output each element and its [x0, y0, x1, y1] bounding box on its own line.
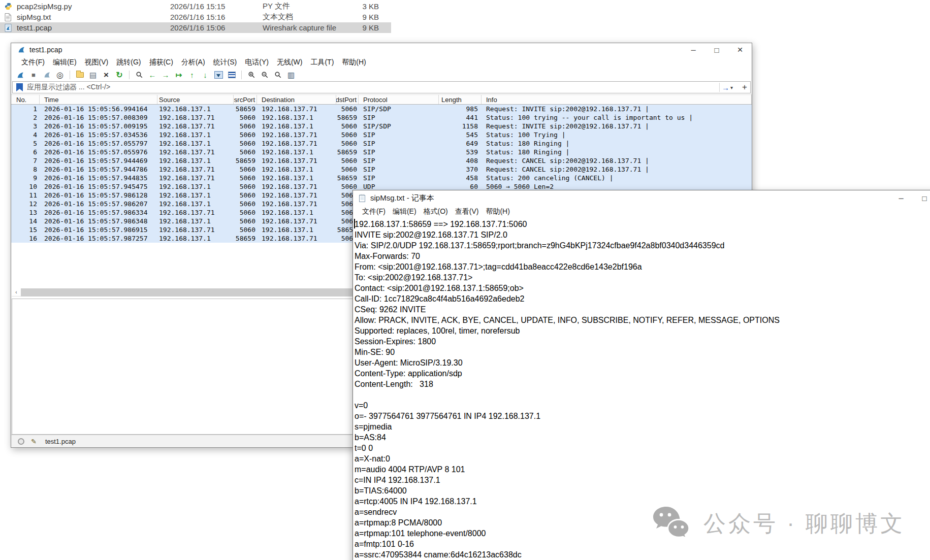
zoom-reset-icon[interactable] [273, 70, 283, 80]
text-line: Max-Forwards: 70 [355, 251, 930, 261]
packet-srcport: 5060 [234, 140, 257, 147]
filter-add-button[interactable]: + [742, 82, 747, 93]
packet-time: 2026-01-16 15:05:57.034536 [40, 131, 157, 139]
start-capture-icon[interactable] [15, 70, 25, 80]
column-header-length[interactable]: Length [439, 95, 482, 104]
packet-row[interactable]: 6 2026-01-16 15:05:57.055976 192.168.137… [11, 148, 752, 156]
packet-time: 2026-01-16 15:05:57.986915 [40, 226, 157, 234]
file-row-pcap2sipmsg[interactable]: pcap2sipMsg.py 2026/1/16 15:15 PY 文件 3 K… [0, 1, 391, 12]
minimize-button[interactable] [682, 43, 705, 56]
wireshark-titlebar[interactable]: test1.pcap [11, 43, 752, 56]
column-header-source[interactable]: Source [157, 95, 234, 104]
maximize-button[interactable] [913, 190, 930, 206]
go-last-packet-icon[interactable] [200, 70, 210, 80]
packet-list-header[interactable]: No. Time Source srcPort Destination dstP… [11, 94, 752, 105]
packet-time: 2026-01-16 15:05:57.944469 [40, 157, 157, 164]
packet-no: 12 [11, 200, 40, 208]
packet-source: 192.168.137.1 [157, 235, 234, 242]
file-name: pcap2sipMsg.py [17, 2, 170, 11]
menu-item[interactable]: 视图(V) [81, 58, 113, 67]
close-button[interactable] [728, 43, 752, 56]
packet-info: Status: 180 Ringing | [482, 148, 752, 156]
open-file-icon[interactable] [75, 70, 85, 80]
packet-row[interactable]: 2 2026-01-16 15:05:57.008309 192.168.137… [11, 113, 752, 122]
menu-item[interactable]: 编辑(E) [389, 207, 420, 216]
capture-options-icon[interactable] [55, 70, 65, 80]
notepad-titlebar[interactable]: sipMsg.txt - 记事本 [353, 190, 930, 206]
packet-source: 192.168.137.1 [157, 131, 234, 139]
packet-row[interactable]: 8 2026-01-16 15:05:57.944786 192.168.137… [11, 165, 752, 174]
packet-row[interactable]: 5 2026-01-16 15:05:57.055797 192.168.137… [11, 139, 752, 148]
maximize-button[interactable] [705, 43, 728, 56]
column-header-srcport[interactable]: srcPort [234, 95, 257, 104]
menu-item[interactable]: 帮助(H) [338, 58, 370, 67]
filter-bookmark-icon[interactable] [16, 83, 23, 91]
file-row-test1-pcap-selected[interactable]: test1.pcap 2026/1/16 15:06 Wireshark cap… [0, 22, 391, 33]
packet-source: 192.168.137.1 [157, 105, 234, 113]
packet-row[interactable]: 7 2026-01-16 15:05:57.944469 192.168.137… [11, 156, 752, 165]
packet-no: 15 [11, 226, 40, 234]
column-header-info[interactable]: Info [482, 95, 752, 104]
packet-source: 192.168.137.1 [157, 217, 234, 225]
packet-row[interactable]: 1 2026-01-16 15:05:56.994164 192.168.137… [11, 105, 752, 113]
go-forward-icon[interactable] [161, 70, 171, 80]
menu-item[interactable]: 格式(O) [420, 207, 452, 216]
column-header-protocol[interactable]: Protocol [359, 95, 439, 104]
resize-columns-icon[interactable] [286, 70, 296, 80]
menu-item[interactable]: 帮助(H) [482, 207, 513, 216]
menu-item[interactable]: 电话(Y) [241, 58, 273, 67]
column-header-dstport[interactable]: dstPort [336, 95, 359, 104]
menu-item[interactable]: 查看(V) [452, 207, 483, 216]
go-first-packet-icon[interactable] [187, 70, 197, 80]
column-header-destination[interactable]: Destination [257, 95, 336, 104]
reload-file-icon[interactable] [114, 70, 124, 80]
packet-row[interactable]: 3 2026-01-16 15:05:57.009195 192.168.137… [11, 122, 752, 130]
packet-protocol: SIP [359, 166, 439, 173]
auto-scroll-icon[interactable] [213, 70, 223, 80]
packet-length: 649 [439, 140, 482, 147]
filter-input-placeholder[interactable]: 应用显示过滤器 ... <Ctrl-/> [27, 83, 110, 92]
file-type: 文本文档 [263, 12, 348, 22]
packet-row[interactable]: 4 2026-01-16 15:05:57.034536 192.168.137… [11, 130, 752, 139]
menu-item[interactable]: 无线(W) [273, 58, 307, 67]
close-file-icon[interactable] [101, 70, 111, 80]
go-to-packet-icon[interactable] [174, 70, 184, 80]
packet-dstport: 58659 [336, 114, 359, 121]
column-header-no[interactable]: No. [11, 95, 40, 104]
packet-no: 11 [11, 191, 40, 199]
menu-item[interactable]: 统计(S) [209, 58, 241, 67]
file-date: 2026/1/16 15:06 [170, 23, 263, 32]
file-row-sipmsg[interactable]: sipMsg.txt 2026/1/16 15:16 文本文档 9 KB [0, 12, 391, 22]
minimize-button[interactable] [889, 190, 913, 206]
packet-no: 2 [11, 114, 40, 121]
text-line: Min-SE: 90 [355, 347, 930, 357]
zoom-out-icon[interactable] [260, 70, 270, 80]
stop-capture-icon[interactable] [28, 70, 39, 80]
packet-row[interactable]: 9 2026-01-16 15:05:57.944835 192.168.137… [11, 174, 752, 182]
packet-srcport: 5060 [234, 191, 257, 199]
menu-item[interactable]: 分析(A) [177, 58, 209, 67]
filter-apply-dropdown[interactable]: →▾ [719, 83, 735, 92]
scroll-left-arrow-icon[interactable]: ‹ [12, 288, 21, 297]
colorize-icon[interactable] [227, 70, 237, 80]
menu-item[interactable]: 工具(T) [306, 58, 338, 67]
zoom-in-icon[interactable] [246, 70, 256, 80]
expert-info-icon[interactable]: ✎ [31, 438, 37, 445]
packet-srcport: 5060 [234, 148, 257, 156]
menu-item[interactable]: 文件(F) [17, 58, 49, 67]
capture-status-icon[interactable] [18, 438, 24, 445]
restart-capture-icon[interactable] [42, 70, 52, 80]
packet-info: Request: INVITE sip:2002@192.168.137.71 … [482, 105, 752, 113]
column-header-time[interactable]: Time [40, 95, 157, 104]
menu-item[interactable]: 跳转(G) [112, 58, 145, 67]
go-back-icon[interactable] [147, 70, 157, 80]
menu-item[interactable]: 文件(F) [359, 207, 389, 216]
packet-time: 2026-01-16 15:05:56.994164 [40, 105, 157, 113]
find-packet-icon[interactable] [134, 70, 144, 80]
save-file-icon[interactable] [88, 70, 98, 80]
menu-item[interactable]: 编辑(E) [49, 58, 81, 67]
display-filter-bar[interactable]: 应用显示过滤器 ... <Ctrl-/> →▾ + [12, 81, 751, 93]
wireshark-fin-icon [17, 46, 25, 54]
menu-item[interactable]: 捕获(C) [145, 58, 177, 67]
packet-no: 7 [11, 157, 40, 164]
